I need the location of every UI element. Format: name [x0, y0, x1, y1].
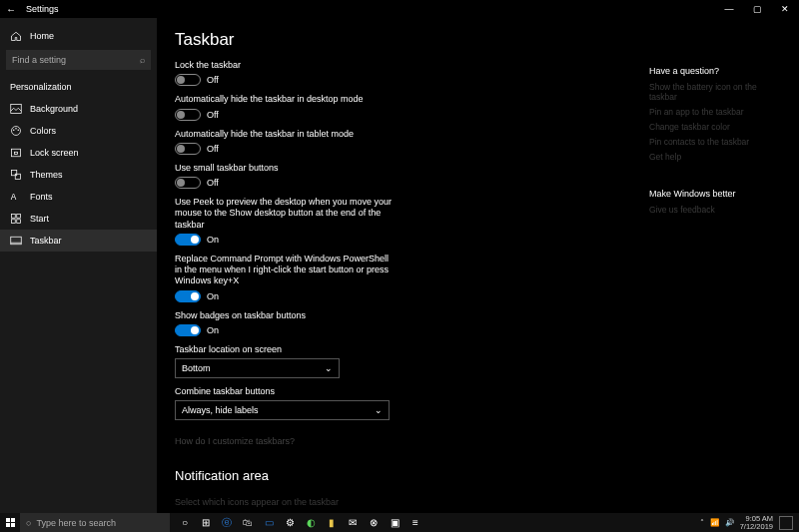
taskbar-pinned: ○ ⊞ ⓔ 🛍 ▭ ⚙ ◐ ▮ ✉ ⊗ ▣ ≡ — [176, 513, 424, 532]
home-nav[interactable]: Home — [0, 26, 157, 46]
window-title: Settings — [22, 4, 715, 14]
sidebar-item-background[interactable]: Background — [0, 98, 157, 120]
windows-taskbar: ○Type here to search ○ ⊞ ⓔ 🛍 ▭ ⚙ ◐ ▮ ✉ ⊗… — [0, 513, 799, 532]
toggle-small-buttons[interactable] — [175, 177, 201, 189]
action-center-icon[interactable] — [779, 516, 793, 530]
toggle-badges[interactable] — [175, 324, 201, 336]
toggle-state: Off — [207, 144, 219, 154]
setting-label: Use small taskbar buttons — [175, 163, 395, 174]
svg-rect-7 — [12, 171, 17, 176]
sidebar-item-colors[interactable]: Colors — [0, 120, 157, 142]
sidebar-item-label: Lock screen — [30, 148, 79, 158]
setting-label: Replace Command Prompt with Windows Powe… — [175, 254, 395, 287]
svg-rect-0 — [11, 105, 22, 114]
window-controls: — ▢ ✕ — [715, 0, 799, 18]
toggle-state: Off — [207, 75, 219, 85]
tray-chevron-icon[interactable]: ˄ — [700, 518, 704, 527]
clock-date: 7/12/2019 — [740, 523, 773, 531]
chevron-down-icon: ⌄ — [375, 405, 383, 415]
sidebar-item-themes[interactable]: Themes — [0, 164, 157, 186]
cortana-icon[interactable]: ○ — [176, 513, 194, 532]
explorer-icon[interactable]: ▮ — [323, 513, 341, 532]
chevron-down-icon: ⌄ — [325, 363, 333, 373]
toggle-autohide-desktop[interactable] — [175, 109, 201, 121]
system-tray: ˄ 📶 🔊 9:05 AM 7/12/2019 — [700, 515, 799, 531]
setting-label: Show badges on taskbar buttons — [175, 310, 395, 321]
sidebar-item-label: Themes — [30, 170, 63, 180]
make-better-head: Make Windows better — [649, 189, 779, 199]
maximize-button[interactable]: ▢ — [743, 0, 771, 18]
combine-dropdown[interactable]: Always, hide labels⌄ — [175, 400, 390, 420]
toggle-autohide-tablet[interactable] — [175, 143, 201, 155]
sidebar-item-label: Start — [30, 214, 49, 224]
help-link[interactable]: Change taskbar color — [649, 122, 779, 132]
close-button[interactable]: ✕ — [771, 0, 799, 18]
sidebar-item-label: Background — [30, 104, 78, 114]
svg-point-4 — [18, 130, 20, 132]
svg-text:A: A — [11, 193, 17, 202]
app-icon[interactable]: ◐ — [302, 513, 320, 532]
sidebar-item-label: Colors — [30, 126, 56, 136]
section-label: Personalization — [0, 78, 157, 98]
svg-rect-6 — [15, 152, 18, 154]
help-link[interactable]: Get help — [649, 152, 779, 162]
toggle-lock-taskbar[interactable] — [175, 74, 201, 86]
setting-label: Automatically hide the taskbar in tablet… — [175, 129, 395, 140]
edge-icon[interactable]: ⓔ — [218, 513, 236, 532]
network-icon[interactable]: 📶 — [710, 518, 719, 527]
start-button[interactable] — [0, 513, 20, 532]
back-button[interactable]: ← — [0, 4, 22, 15]
setting-label: Automatically hide the taskbar in deskto… — [175, 94, 395, 105]
home-label: Home — [30, 31, 54, 41]
mail-icon[interactable]: ✉ — [344, 513, 362, 532]
dropdown-value: Bottom — [182, 363, 211, 373]
help-panel: Have a question? Show the battery icon o… — [649, 66, 779, 220]
location-dropdown[interactable]: Bottom⌄ — [175, 358, 340, 378]
sidebar-item-lockscreen[interactable]: Lock screen — [0, 142, 157, 164]
xbox-icon[interactable]: ⊗ — [365, 513, 383, 532]
search-icon: ○ — [26, 518, 31, 528]
sidebar-item-fonts[interactable]: AFonts — [0, 186, 157, 208]
sidebar-item-taskbar[interactable]: Taskbar — [0, 230, 157, 252]
svg-point-1 — [12, 127, 21, 136]
sidebar: Home Find a setting ⌕ Personalization Ba… — [0, 18, 157, 513]
toggle-state: On — [207, 291, 219, 301]
section-notification-area: Notification area — [175, 468, 781, 483]
select-icons-link[interactable]: Select which icons appear on the taskbar — [175, 497, 339, 507]
taskview-icon[interactable]: ⊞ — [197, 513, 215, 532]
search-input[interactable]: Find a setting ⌕ — [6, 50, 151, 70]
svg-rect-11 — [17, 215, 21, 219]
svg-rect-5 — [12, 149, 21, 157]
svg-rect-8 — [15, 174, 20, 179]
dropdown-value: Always, hide labels — [182, 405, 259, 415]
themes-icon — [10, 169, 22, 181]
sidebar-item-label: Taskbar — [30, 236, 62, 246]
toggle-powershell[interactable] — [175, 290, 201, 302]
toggle-state: Off — [207, 110, 219, 120]
svg-rect-10 — [12, 215, 16, 219]
terminal-icon[interactable]: ▣ — [386, 513, 403, 532]
search-placeholder: Find a setting — [12, 55, 66, 65]
sidebar-item-start[interactable]: Start — [0, 208, 157, 230]
help-link[interactable]: Pin an app to the taskbar — [649, 107, 779, 117]
minimize-button[interactable]: — — [715, 0, 743, 18]
clock[interactable]: 9:05 AM 7/12/2019 — [740, 515, 773, 531]
cmd-icon[interactable]: ≡ — [406, 513, 424, 532]
toggle-peek[interactable] — [175, 234, 201, 246]
word-icon[interactable]: ▭ — [260, 513, 278, 532]
taskbar-icon — [10, 235, 22, 247]
customize-link[interactable]: How do I customize taskbars? — [175, 436, 295, 446]
store-icon[interactable]: 🛍 — [239, 513, 257, 532]
help-link[interactable]: Show the battery icon on the taskbar — [649, 82, 779, 102]
search-placeholder: Type here to search — [36, 518, 116, 528]
titlebar: ← Settings — ▢ ✕ — [0, 0, 799, 18]
taskbar-search[interactable]: ○Type here to search — [20, 513, 170, 532]
volume-icon[interactable]: 🔊 — [725, 518, 734, 527]
help-link[interactable]: Pin contacts to the taskbar — [649, 137, 779, 147]
settings-window: ← Settings — ▢ ✕ Home Find a setting ⌕ P… — [0, 0, 799, 513]
feedback-link[interactable]: Give us feedback — [649, 205, 779, 215]
search-icon: ⌕ — [140, 55, 145, 65]
content-area: Taskbar Lock the taskbarOff Automaticall… — [157, 18, 799, 513]
location-label: Taskbar location on screen — [175, 344, 395, 355]
settings-icon[interactable]: ⚙ — [281, 513, 299, 532]
